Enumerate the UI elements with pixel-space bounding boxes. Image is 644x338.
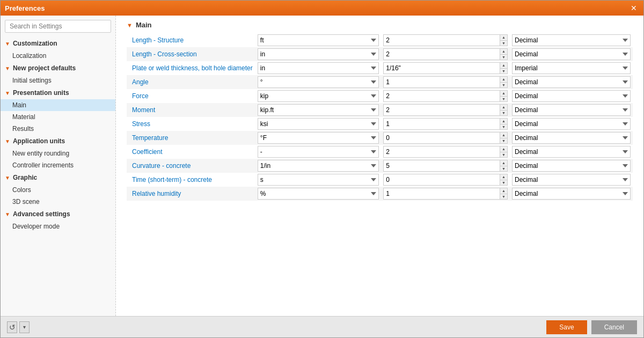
unit-select[interactable]: °F [258,132,379,144]
number-input-wrapper: ▲▼ [383,146,508,158]
sidebar-item-material[interactable]: Material [1,111,115,123]
value-input[interactable] [384,77,500,87]
unit-select[interactable]: in [258,62,379,74]
unit-select[interactable]: % [258,188,379,200]
sidebar-section-customization[interactable]: ▼ Customization [1,37,115,50]
number-input-wrapper: ▲▼ [383,188,508,200]
value-input[interactable] [384,174,500,185]
row-unit-cell: in [255,61,381,75]
spinner-down[interactable]: ▼ [500,111,507,116]
format-select[interactable]: DecimalImperialScientific [512,174,631,186]
spinner-down[interactable]: ▼ [500,55,507,60]
row-format-cell: DecimalImperialScientific [510,159,633,173]
sidebar-section-presentation-units[interactable]: ▼ Presentation units [1,86,115,99]
value-input[interactable] [384,133,500,143]
sidebar-item-new-entity-rounding[interactable]: New entity rounding [1,148,115,159]
spinner-up[interactable]: ▲ [500,91,507,97]
spinner-up[interactable]: ▲ [500,160,507,166]
sidebar-item-3d-scene[interactable]: 3D scene [1,196,115,208]
spinner-down[interactable]: ▼ [500,97,507,102]
value-input[interactable] [384,160,500,171]
spinner-down[interactable]: ▼ [500,41,507,46]
spinner-up[interactable]: ▲ [500,146,507,152]
format-select[interactable]: DecimalImperialScientific [512,132,631,144]
sidebar-section-graphic[interactable]: ▼ Graphic [1,171,115,184]
format-select[interactable]: DecimalImperialScientific [512,76,631,88]
sidebar-item-developer-mode[interactable]: Developer mode [1,221,115,232]
content-inner: ▼ Main Length - Structureft▲▼DecimalImpe… [116,16,643,316]
spinner-up[interactable]: ▲ [500,49,507,55]
spinner-up[interactable]: ▲ [500,105,507,111]
unit-select[interactable]: ° [258,76,379,88]
row-name: Length - Cross-section [127,47,255,61]
spinner-up[interactable]: ▲ [500,77,507,83]
footer: ↺ ▾ Save Cancel [1,316,643,337]
unit-select[interactable]: in [258,48,379,60]
sidebar-item-localization[interactable]: Localization [1,50,115,62]
spinner-down[interactable]: ▼ [500,124,507,130]
value-input[interactable] [384,91,500,101]
reset-button[interactable]: ↺ [7,321,17,333]
unit-select[interactable]: ksi [258,118,379,130]
spinner-up[interactable]: ▲ [500,119,507,124]
format-select[interactable]: DecimalImperialScientific [512,160,631,172]
spinner-down[interactable]: ▼ [500,152,507,158]
sidebar-item-results[interactable]: Results [1,123,115,135]
spinner-up[interactable]: ▲ [500,174,507,180]
spinner-down[interactable]: ▼ [500,138,507,144]
row-name: Force [127,89,255,103]
sidebar-item-controller-increments[interactable]: Controller increments [1,159,115,171]
sidebar-item-main[interactable]: Main [1,99,115,111]
close-button[interactable]: ✕ [628,3,639,13]
format-select[interactable]: DecimalImperialScientific [512,90,631,102]
advanced-settings-arrow: ▼ [5,211,10,217]
content-area: ▼ Main Length - Structureft▲▼DecimalImpe… [116,16,643,316]
format-select[interactable]: DecimalImperialScientific [512,104,631,116]
format-select[interactable]: DecimalImperialScientific [512,34,631,46]
unit-select[interactable]: ft [258,34,379,46]
row-value-cell: ▲▼ [381,61,510,75]
spinner-down[interactable]: ▼ [500,83,507,88]
value-input[interactable] [384,35,500,46]
value-input[interactable] [384,105,500,115]
unit-select[interactable]: kip.ft [258,104,379,116]
table-row: Stressksi▲▼DecimalImperialScientific [127,117,633,131]
spinner-down[interactable]: ▼ [500,180,507,186]
value-input[interactable] [384,119,500,129]
format-select[interactable]: DecimalImperialScientific [512,146,631,158]
value-input[interactable] [384,146,500,157]
main-section-header: ▼ Main [127,21,633,29]
sidebar-section-application-units[interactable]: ▼ Application units [1,135,115,148]
unit-select[interactable]: s [258,174,379,186]
spinner-up[interactable]: ▲ [500,188,507,194]
sidebar-section-new-project-defaults[interactable]: ▼ New project defaults [1,62,115,75]
format-select[interactable]: DecimalImperialScientific [512,62,631,74]
reset-dropdown-button[interactable]: ▾ [19,321,30,333]
sidebar-item-initial-settings[interactable]: Initial settings [1,75,115,86]
value-input[interactable] [384,49,500,60]
value-input[interactable] [384,188,500,199]
spinner-down[interactable]: ▼ [500,194,507,200]
spinner-up[interactable]: ▲ [500,133,507,138]
search-input[interactable] [5,20,111,33]
format-select[interactable]: DecimalImperialScientific [512,118,631,130]
format-select[interactable]: DecimalImperialScientific [512,48,631,60]
spinner-down[interactable]: ▼ [500,69,507,74]
spinner-up[interactable]: ▲ [500,63,507,69]
spinner-up[interactable]: ▲ [500,35,507,41]
unit-select[interactable]: - [258,146,379,158]
sidebar-item-colors[interactable]: Colors [1,184,115,196]
value-input[interactable] [384,63,500,74]
main-layout: ▼ Customization Localization ▼ New proje… [1,16,643,316]
window-title: Preferences [5,4,45,12]
unit-select[interactable]: kip [258,90,379,102]
units-table: Length - Structureft▲▼DecimalImperialSci… [127,33,633,201]
number-input-wrapper: ▲▼ [383,90,508,102]
spinner-down[interactable]: ▼ [500,166,507,172]
format-select[interactable]: DecimalImperialScientific [512,188,631,200]
number-input-wrapper: ▲▼ [383,132,508,144]
sidebar-section-advanced-settings[interactable]: ▼ Advanced settings [1,208,115,221]
cancel-button[interactable]: Cancel [591,320,637,334]
save-button[interactable]: Save [546,320,587,334]
unit-select[interactable]: 1/in [258,160,379,172]
